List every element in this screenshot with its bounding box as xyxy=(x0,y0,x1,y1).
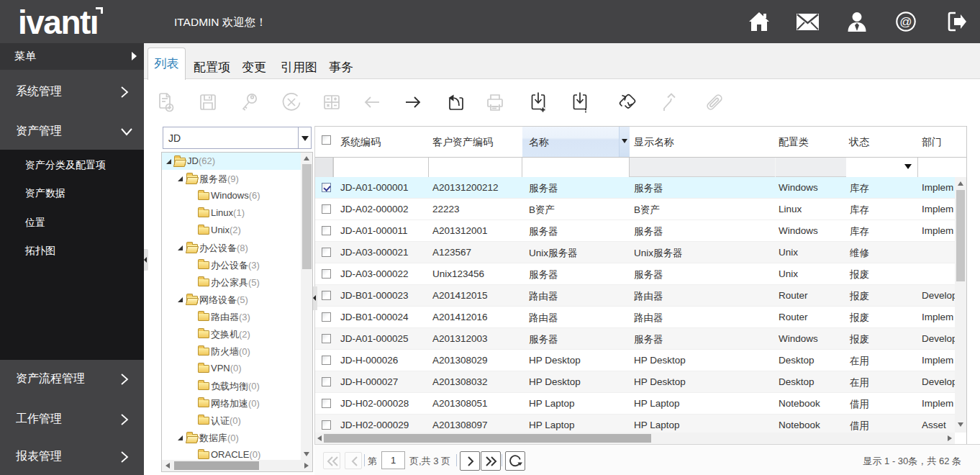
svg-text:@: @ xyxy=(899,15,912,29)
